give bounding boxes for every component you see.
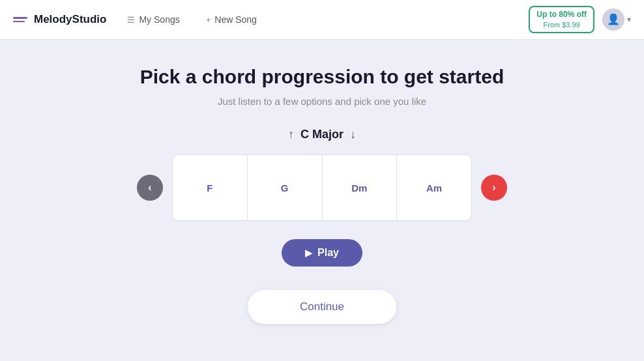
chord-container: ‹ F G Dm Am › — [137, 154, 507, 221]
chord-label-1: G — [281, 182, 289, 194]
key-selector: ↑ C Major ↓ — [288, 128, 356, 141]
avatar[interactable]: 👤 — [602, 8, 624, 31]
page-subtitle: Just listen to a few options and pick on… — [218, 96, 426, 107]
play-button-label: Play — [317, 247, 339, 259]
chord-label-2: Dm — [351, 182, 367, 194]
header-left: MelodyStudio ☰ My Songs + New Song — [13, 12, 262, 27]
main-content: Pick a chord progression to get started … — [0, 40, 644, 361]
chord-label-3: Am — [426, 182, 442, 194]
prev-chord-button[interactable]: ‹ — [137, 175, 163, 201]
plus-icon: + — [206, 15, 211, 25]
promo-badge[interactable]: Up to 80% off From $3.99 — [529, 6, 594, 33]
key-up-arrow[interactable]: ↑ — [288, 128, 294, 141]
promo-bottom-text: From $3.99 — [536, 20, 587, 29]
play-button[interactable]: ▶ Play — [282, 239, 362, 267]
logo-icon — [13, 17, 27, 22]
continue-button[interactable]: Continue — [248, 290, 396, 324]
header: MelodyStudio ☰ My Songs + New Song Up to… — [0, 0, 644, 40]
nav-new-song[interactable]: + New Song — [201, 12, 262, 27]
key-label: C Major — [300, 128, 344, 141]
chord-cell-3[interactable]: Am — [397, 155, 471, 220]
chord-cell-2[interactable]: Dm — [323, 155, 398, 220]
play-icon: ▶ — [305, 248, 312, 258]
chord-cell-0[interactable]: F — [173, 155, 248, 220]
logo-area: MelodyStudio — [13, 13, 106, 26]
chord-cell-1[interactable]: G — [248, 155, 323, 220]
continue-button-label: Continue — [300, 300, 344, 313]
chord-grid: F G Dm Am — [172, 154, 472, 221]
list-icon: ☰ — [127, 15, 135, 25]
logo-text: MelodyStudio — [34, 13, 106, 26]
nav-new-song-label: New Song — [214, 14, 257, 25]
chevron-down-icon: ▾ — [627, 15, 631, 24]
chord-label-0: F — [207, 182, 212, 194]
nav-my-songs-label: My Songs — [139, 14, 179, 25]
user-dropdown[interactable]: 👤 ▾ — [602, 8, 631, 31]
nav-my-songs[interactable]: ☰ My Songs — [122, 12, 184, 27]
page-title: Pick a chord progression to get started — [140, 66, 504, 88]
header-right: Up to 80% off From $3.99 👤 ▾ — [529, 6, 631, 33]
key-down-arrow[interactable]: ↓ — [350, 128, 356, 141]
next-chord-button[interactable]: › — [481, 175, 507, 201]
promo-top-text: Up to 80% off — [536, 10, 587, 20]
